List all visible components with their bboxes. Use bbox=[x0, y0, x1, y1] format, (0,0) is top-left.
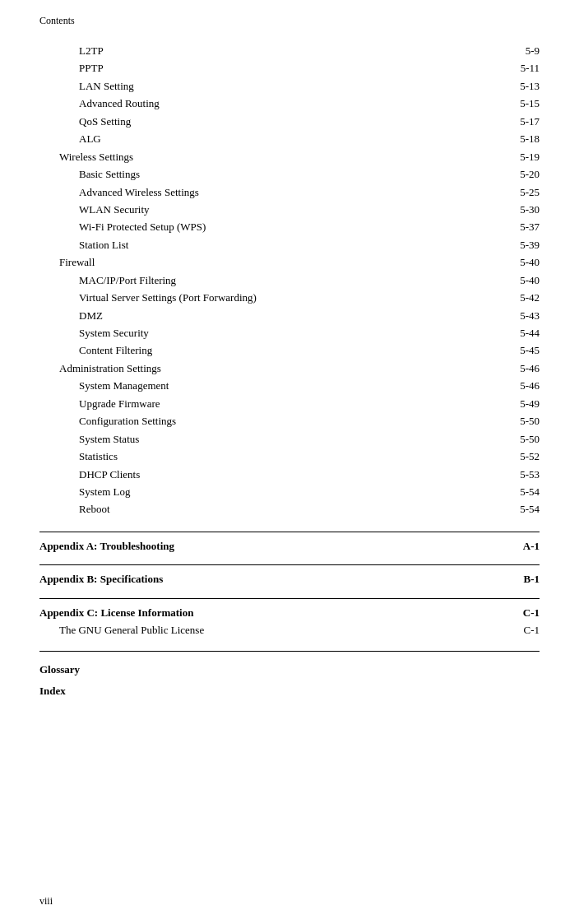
toc-item-page: 5-30 bbox=[520, 201, 540, 218]
toc-item-label: MAC/IP/Port Filtering bbox=[39, 272, 176, 289]
toc-item: Administration Settings5-46 bbox=[39, 360, 540, 377]
toc-item-page: 5-45 bbox=[520, 341, 540, 359]
toc-item: Reboot5-54 bbox=[39, 500, 540, 518]
toc-item-page: 5-9 bbox=[526, 42, 540, 59]
toc-item-page: 5-19 bbox=[520, 148, 540, 165]
toc-item: Content Filtering5-45 bbox=[39, 341, 540, 359]
toc-item-page: 5-44 bbox=[520, 324, 540, 341]
toc-item: QoS Setting5-17 bbox=[39, 113, 540, 130]
appendix-title: Appendix C: License Information bbox=[39, 604, 193, 621]
toc-item-label: Content Filtering bbox=[39, 341, 152, 359]
toc-list: L2TP5-9PPTP5-11LAN Setting5-13Advanced R… bbox=[39, 42, 540, 518]
toc-item: System Log5-54 bbox=[39, 483, 540, 500]
toc-item: Basic Settings5-20 bbox=[39, 165, 540, 183]
toc-item-page: 5-37 bbox=[520, 218, 540, 235]
toc-item-page: 5-54 bbox=[520, 500, 540, 518]
toc-item-page: 5-50 bbox=[520, 430, 540, 448]
appendix-title-row: Appendix B: SpecificationsB-1 bbox=[39, 570, 540, 587]
toc-item-page: 5-43 bbox=[520, 307, 540, 324]
toc-item-label: Statistics bbox=[39, 448, 118, 465]
appendix-section: Appendix B: SpecificationsB-1 bbox=[39, 564, 540, 592]
toc-item: System Security5-44 bbox=[39, 324, 540, 341]
toc-item-page: 5-13 bbox=[520, 77, 540, 95]
toc-item: Station List5-39 bbox=[39, 236, 540, 253]
toc-item-label: System Log bbox=[39, 483, 130, 500]
toc-item: ALG5-18 bbox=[39, 130, 540, 147]
toc-item-page: 5-25 bbox=[520, 183, 540, 201]
appendix-page: A-1 bbox=[523, 537, 540, 555]
toc-item-page: 5-54 bbox=[520, 483, 540, 500]
toc-item-label: Wireless Settings bbox=[39, 148, 133, 165]
appendix-section: Appendix C: License InformationC-1The GN… bbox=[39, 598, 540, 644]
appendix-title-row: Appendix C: License InformationC-1 bbox=[39, 604, 540, 621]
toc-item-label: QoS Setting bbox=[39, 113, 131, 130]
toc-item: Wi-Fi Protected Setup (WPS)5-37 bbox=[39, 218, 540, 235]
extra-item: Index bbox=[39, 685, 540, 698]
toc-item-page: 5-49 bbox=[520, 395, 540, 412]
toc-item: MAC/IP/Port Filtering5-40 bbox=[39, 272, 540, 289]
toc-item-label: Basic Settings bbox=[39, 165, 140, 183]
toc-item-label: PPTP bbox=[39, 59, 104, 77]
toc-item: System Status5-50 bbox=[39, 430, 540, 448]
contents-label: Contents bbox=[39, 15, 540, 27]
toc-item-label: Reboot bbox=[39, 500, 110, 518]
toc-item-page: 5-50 bbox=[520, 412, 540, 429]
toc-item-label: ALG bbox=[39, 130, 101, 147]
extras-section: GlossaryIndex bbox=[39, 651, 540, 698]
toc-item: Advanced Routing5-15 bbox=[39, 95, 540, 112]
appendices-list: Appendix A: TroubleshootingA-1Appendix B… bbox=[39, 518, 540, 644]
toc-item: Upgrade Firmware5-49 bbox=[39, 395, 540, 412]
toc-item-label: WLAN Security bbox=[39, 201, 150, 218]
toc-item: LAN Setting5-13 bbox=[39, 77, 540, 95]
appendix-page: C-1 bbox=[523, 604, 540, 621]
appendix-section: Appendix A: TroubleshootingA-1 bbox=[39, 532, 540, 560]
toc-item: Wireless Settings5-19 bbox=[39, 148, 540, 165]
toc-item-label: System Management bbox=[39, 377, 169, 394]
toc-item-page: 5-40 bbox=[520, 253, 540, 271]
toc-item-label: L2TP bbox=[39, 42, 104, 59]
toc-item-label: Advanced Routing bbox=[39, 95, 160, 112]
toc-item-page: 5-11 bbox=[521, 59, 540, 77]
appendix-page: B-1 bbox=[524, 570, 540, 587]
page-footer: viii bbox=[39, 895, 53, 908]
toc-item-label: System Security bbox=[39, 324, 149, 341]
toc-item-label: DHCP Clients bbox=[39, 466, 140, 483]
toc-item-label: Administration Settings bbox=[39, 360, 161, 377]
toc-item: DHCP Clients5-53 bbox=[39, 466, 540, 483]
toc-item: Advanced Wireless Settings5-25 bbox=[39, 183, 540, 201]
toc-item: WLAN Security5-30 bbox=[39, 201, 540, 218]
appendix-title: Appendix B: Specifications bbox=[39, 570, 163, 587]
toc-item-label: Virtual Server Settings (Port Forwarding… bbox=[39, 289, 257, 306]
toc-item: Firewall5-40 bbox=[39, 253, 540, 271]
toc-item: Statistics5-52 bbox=[39, 448, 540, 465]
toc-item-page: 5-46 bbox=[520, 360, 540, 377]
appendix-title: Appendix A: Troubleshooting bbox=[39, 537, 174, 555]
toc-item-label: DMZ bbox=[39, 307, 103, 324]
toc-item-label: Firewall bbox=[39, 253, 95, 271]
appendix-title-row: Appendix A: TroubleshootingA-1 bbox=[39, 537, 540, 555]
toc-item-page: 5-39 bbox=[520, 236, 540, 253]
toc-item-page: 5-18 bbox=[520, 130, 540, 147]
extra-item: Glossary bbox=[39, 663, 540, 676]
toc-item: Virtual Server Settings (Port Forwarding… bbox=[39, 289, 540, 306]
toc-item-page: 5-20 bbox=[520, 165, 540, 183]
toc-item-page: 5-40 bbox=[520, 272, 540, 289]
toc-item-label: System Status bbox=[39, 430, 139, 448]
appendix-sub-page: C-1 bbox=[524, 621, 540, 638]
toc-item: L2TP5-9 bbox=[39, 42, 540, 59]
toc-item: Configuration Settings5-50 bbox=[39, 412, 540, 429]
appendix-sub-label: The GNU General Public License bbox=[39, 621, 204, 638]
toc-item-label: Wi-Fi Protected Setup (WPS) bbox=[39, 218, 206, 235]
toc-item: DMZ5-43 bbox=[39, 307, 540, 324]
toc-item-label: Upgrade Firmware bbox=[39, 395, 160, 412]
toc-item-page: 5-53 bbox=[520, 466, 540, 483]
toc-item-label: Station List bbox=[39, 236, 128, 253]
toc-item-label: LAN Setting bbox=[39, 77, 134, 95]
toc-item-page: 5-15 bbox=[520, 95, 540, 112]
toc-item: PPTP5-11 bbox=[39, 59, 540, 77]
toc-item-label: Configuration Settings bbox=[39, 412, 176, 429]
extras-list: GlossaryIndex bbox=[39, 651, 540, 698]
toc-item-page: 5-42 bbox=[520, 289, 540, 306]
appendix-sub-item: The GNU General Public LicenseC-1 bbox=[39, 621, 540, 638]
toc-item-page: 5-52 bbox=[520, 448, 540, 465]
